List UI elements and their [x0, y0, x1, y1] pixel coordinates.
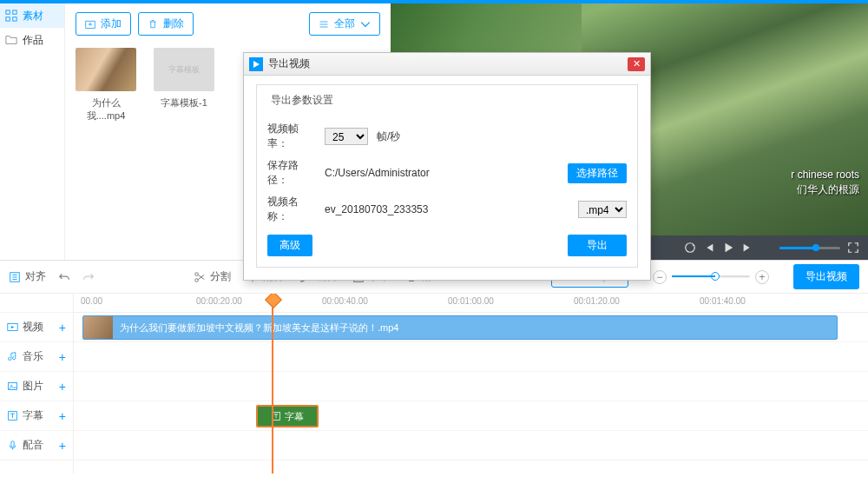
svg-point-5 [686, 243, 695, 253]
play-icon[interactable] [722, 242, 734, 254]
redo-button[interactable] [82, 271, 95, 283]
track-label-subtitle: 字幕 + [0, 401, 73, 431]
ext-select[interactable]: .mp4 [578, 201, 627, 218]
browse-button[interactable]: 选择路径 [568, 163, 627, 183]
folder-icon [5, 34, 17, 46]
track-label-video: 视频 + [0, 313, 73, 342]
path-label: 保存路径： [267, 158, 316, 188]
svg-rect-1 [13, 10, 16, 14]
ruler[interactable]: 00.00 00:00:20.00 00:00:40.00 00:01:00.0… [74, 294, 868, 313]
subtitle-track[interactable]: 字幕 [74, 401, 868, 431]
sidebar: 素材 作品 [0, 3, 65, 260]
sidebar-tab-label: 素材 [23, 9, 43, 23]
add-track-button[interactable]: + [59, 409, 66, 423]
video-track[interactable]: 为什么我们要做新加坡中文视频？新加坡美女是这样子说的！.mp4 [74, 313, 868, 342]
dialog-titlebar[interactable]: 导出视频 ✕ [244, 53, 650, 76]
filter-button[interactable]: 全部 [309, 12, 380, 36]
align-icon [9, 271, 21, 283]
loop-icon[interactable] [684, 242, 696, 254]
framerate-label: 视频帧率： [267, 122, 316, 151]
media-thumb[interactable]: 字幕模板 字幕模板-1 [154, 48, 214, 123]
sidebar-tab-label: 作品 [23, 33, 43, 48]
track-label-audio: 音乐 + [0, 342, 73, 372]
trash-icon [148, 19, 158, 30]
zoom-out-button[interactable]: − [653, 270, 667, 284]
svg-rect-3 [13, 17, 16, 21]
undo-icon [58, 271, 70, 283]
name-value: ev_20180703_233353 [325, 203, 569, 215]
svg-point-8 [195, 278, 199, 282]
scissors-icon [194, 271, 206, 283]
track-label-dub: 配音 + [0, 431, 73, 460]
thumb-image: 字幕模板 [154, 48, 214, 91]
thumb-label: 字幕模板-1 [161, 97, 207, 108]
sidebar-tab-material[interactable]: 素材 [0, 3, 64, 28]
dub-track[interactable] [74, 431, 868, 460]
split-button[interactable]: 分割 [194, 269, 231, 284]
framerate-unit: 帧/秒 [377, 129, 400, 144]
zoom-in-button[interactable]: + [755, 270, 769, 284]
add-button[interactable]: 添加 [76, 12, 131, 36]
image-icon [7, 381, 18, 392]
app-icon [249, 57, 263, 71]
add-track-button[interactable]: + [59, 439, 66, 453]
mic-icon [7, 440, 18, 451]
playhead[interactable] [272, 294, 273, 474]
track-label-image: 图片 + [0, 372, 73, 401]
thumb-label: 为什么我....mp4 [87, 97, 126, 121]
image-track[interactable] [74, 372, 868, 401]
preview-subtitle: r chinese roots 们华人的根源 [791, 168, 859, 197]
thumb-image [76, 48, 136, 91]
add-track-button[interactable]: + [59, 350, 66, 364]
add-track-button[interactable]: + [59, 380, 66, 394]
export-button[interactable]: 导出视频 [793, 264, 859, 289]
sidebar-tab-works[interactable]: 作品 [0, 28, 64, 52]
svg-rect-15 [11, 441, 14, 447]
svg-point-7 [195, 272, 199, 275]
export-confirm-button[interactable]: 导出 [568, 235, 627, 256]
name-label: 视频名称： [267, 195, 316, 224]
audio-track[interactable] [74, 342, 868, 372]
export-dialog: 导出视频 ✕ 导出参数设置 视频帧率： 25 帧/秒 保存路径： C:/User… [243, 52, 651, 281]
add-track-button[interactable]: + [59, 321, 66, 335]
media-thumb[interactable]: 为什么我....mp4 [76, 48, 136, 123]
import-icon [85, 19, 95, 30]
text-icon [7, 410, 18, 421]
framerate-select[interactable]: 25 [325, 128, 368, 145]
video-icon [7, 321, 18, 333]
volume-slider[interactable] [779, 247, 840, 249]
fullscreen-icon[interactable] [847, 242, 859, 254]
path-value: C:/Users/Administrator [325, 167, 559, 179]
fieldset-legend: 导出参数设置 [267, 93, 337, 108]
zoom-slider[interactable] [672, 275, 750, 278]
svg-rect-0 [6, 10, 10, 14]
advanced-button[interactable]: 高级 [267, 235, 312, 256]
delete-button[interactable]: 删除 [138, 12, 194, 36]
timeline: 视频 + 音乐 + 图片 + 字幕 + 配音 + 00.00 0 [0, 294, 868, 474]
align-button[interactable]: 对齐 [9, 269, 46, 284]
zoom-control: − + [653, 270, 769, 284]
music-icon [7, 351, 18, 362]
svg-rect-2 [6, 17, 10, 21]
next-icon[interactable] [741, 242, 753, 254]
subtitle-clip[interactable]: 字幕 [256, 405, 319, 427]
grid-icon [5, 10, 17, 22]
chevron-down-icon [360, 19, 371, 30]
redo-icon [82, 271, 95, 283]
undo-button[interactable] [58, 271, 70, 283]
close-icon[interactable]: ✕ [628, 57, 645, 71]
dialog-title: 导出视频 [268, 56, 310, 71]
video-clip[interactable]: 为什么我们要做新加坡中文视频？新加坡美女是这样子说的！.mp4 [82, 315, 838, 340]
list-icon [319, 19, 329, 30]
prev-icon[interactable] [703, 242, 715, 254]
clip-thumb [83, 316, 113, 339]
